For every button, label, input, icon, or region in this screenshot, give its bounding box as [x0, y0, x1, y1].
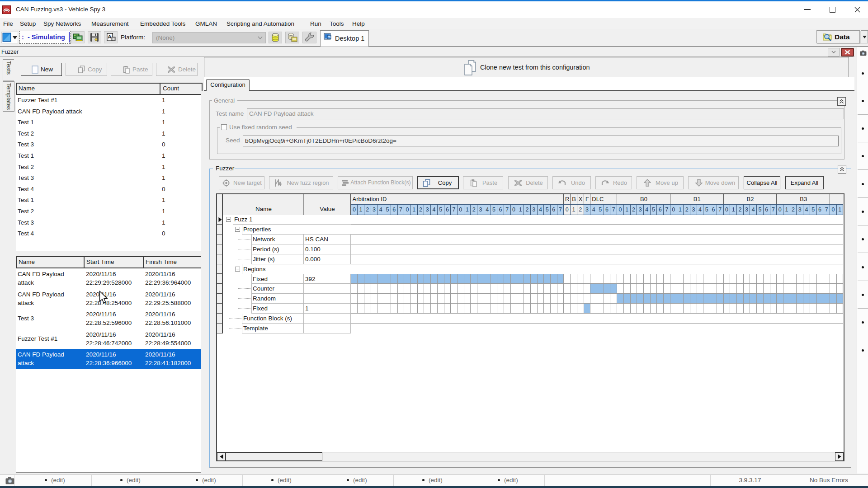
svg-text:A: A — [108, 34, 112, 39]
